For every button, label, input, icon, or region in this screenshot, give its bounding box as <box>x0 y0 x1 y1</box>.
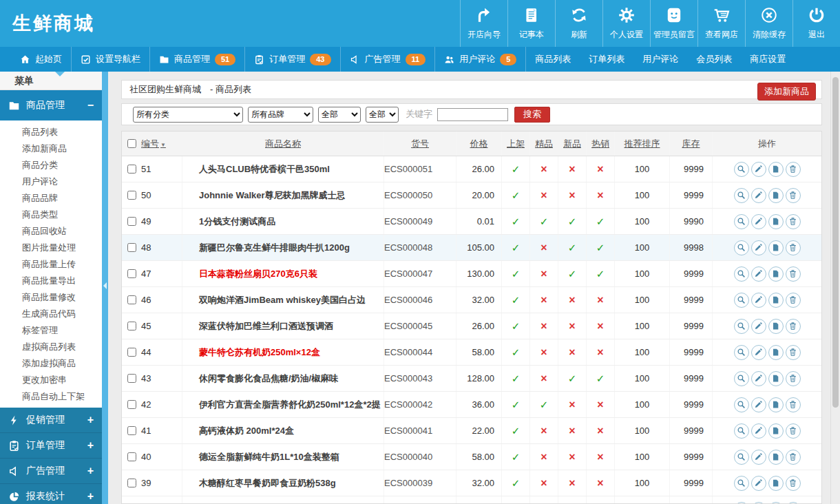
sidebar-item[interactable]: 商品品牌 <box>0 190 102 207</box>
cross-icon[interactable]: × <box>597 163 603 176</box>
check-icon[interactable]: ✓ <box>512 372 521 385</box>
brand-select[interactable]: 所有品牌 <box>248 107 313 123</box>
view-button[interactable] <box>734 371 749 386</box>
personal-settings-button[interactable]: 个人设置 <box>602 0 650 47</box>
sort-link[interactable]: 商品名称 <box>265 138 301 150</box>
add-product-button[interactable]: 添加新商品 <box>757 83 816 101</box>
row-checkbox[interactable] <box>127 269 136 278</box>
view-button[interactable] <box>734 188 749 203</box>
sort-link[interactable]: 新品 <box>563 138 581 150</box>
product-name-link[interactable]: 休闲零食膨化食品焦糖/奶油/椒麻味 <box>199 372 338 385</box>
logout-button[interactable]: 退出 <box>792 0 840 47</box>
edit-button[interactable] <box>751 266 766 282</box>
check-icon[interactable]: ✓ <box>540 216 549 228</box>
expand-icon[interactable]: + <box>87 439 94 452</box>
view-button[interactable] <box>734 319 749 334</box>
nav-link-goods-list[interactable]: 商品列表 <box>526 47 580 72</box>
sort-link[interactable]: 精品 <box>535 138 553 150</box>
edit-button[interactable] <box>751 397 766 412</box>
nav-link-order-list[interactable]: 订单列表 <box>580 47 633 72</box>
cross-icon[interactable]: × <box>597 294 603 306</box>
check-icon[interactable]: ✓ <box>512 399 521 411</box>
sidebar-item[interactable]: 商品自动上下架 <box>0 388 102 405</box>
edit-button[interactable] <box>751 293 766 308</box>
sidebar-item[interactable]: 更改加密串 <box>0 372 102 388</box>
cross-icon[interactable]: × <box>597 451 603 463</box>
check-icon[interactable]: ✓ <box>512 346 521 359</box>
clear-cache-button[interactable]: 清除缓存 <box>745 0 792 47</box>
cross-icon[interactable]: × <box>569 346 575 359</box>
nav-item-orders[interactable]: 订单管理43 <box>245 47 340 72</box>
filter3-select[interactable]: 全部 <box>318 107 361 123</box>
select-all-checkbox[interactable] <box>127 139 136 148</box>
copy-button[interactable] <box>768 450 784 465</box>
copy-button[interactable] <box>768 266 784 282</box>
check-icon[interactable]: ✓ <box>512 268 521 280</box>
product-name-link[interactable]: 双响炮洋酒JimBeam whiskey美国白占边 <box>199 294 366 306</box>
cross-icon[interactable]: × <box>597 425 603 437</box>
sidebar-item[interactable]: 商品列表 <box>0 124 102 140</box>
view-button[interactable] <box>734 293 749 308</box>
cross-icon[interactable]: × <box>540 346 547 359</box>
row-checkbox[interactable] <box>127 374 136 383</box>
delete-button[interactable] <box>786 476 801 491</box>
delete-button[interactable] <box>786 397 801 412</box>
row-checkbox[interactable] <box>127 191 136 200</box>
product-name-link[interactable]: 新疆巴尔鲁克生鲜牛排眼肉牛扒1200g <box>199 242 350 254</box>
check-icon[interactable]: ✓ <box>512 163 521 176</box>
edit-button[interactable] <box>751 214 766 229</box>
product-name-link[interactable]: 人头马CLUB特优香槟干邑350ml <box>199 163 330 176</box>
cross-icon[interactable]: × <box>540 189 547 202</box>
sort-link[interactable]: 推荐排序 <box>624 138 660 150</box>
product-name-link[interactable]: Johnnie Walker尊尼获加黑牌威士忌 <box>199 189 346 202</box>
cross-icon[interactable]: × <box>540 320 547 333</box>
product-name-link[interactable]: 1分钱支付测试商品 <box>199 216 275 228</box>
copy-button[interactable] <box>768 240 784 255</box>
sidebar-item[interactable]: 商品批量修改 <box>0 289 102 306</box>
delete-button[interactable] <box>786 345 801 360</box>
page-scrollbar-thumb[interactable] <box>832 77 839 408</box>
sidebar-item[interactable]: 商品分类 <box>0 157 102 174</box>
copy-button[interactable] <box>768 188 784 203</box>
delete-button[interactable] <box>786 450 801 465</box>
check-icon[interactable]: ✓ <box>568 242 577 254</box>
product-name-link[interactable]: 蒙牛特仑苏有机奶250ml×12盒 <box>199 346 320 359</box>
cross-icon[interactable]: × <box>569 451 575 463</box>
check-icon[interactable]: ✓ <box>512 216 521 228</box>
sidebar-group-order[interactable]: 订单管理+ <box>0 433 102 459</box>
view-button[interactable] <box>734 450 749 465</box>
product-name-link[interactable]: 木糖醇红枣早餐奶即食豆奶粉538g <box>199 477 336 490</box>
copy-button[interactable] <box>768 162 784 177</box>
copy-button[interactable] <box>768 214 784 229</box>
check-icon[interactable]: ✓ <box>596 216 605 228</box>
cross-icon[interactable]: × <box>540 294 547 306</box>
view-button[interactable] <box>734 214 749 229</box>
copy-button[interactable] <box>768 423 784 439</box>
edit-button[interactable] <box>751 319 766 334</box>
edit-button[interactable] <box>751 423 766 439</box>
filter4-select[interactable]: 全部 <box>366 107 399 123</box>
cross-icon[interactable]: × <box>569 425 575 437</box>
view-button[interactable] <box>734 476 749 491</box>
expand-icon[interactable]: + <box>87 414 94 426</box>
sort-link[interactable]: 上架 <box>507 138 525 150</box>
notepad-button[interactable]: 记事本 <box>507 0 555 47</box>
cross-icon[interactable]: × <box>569 163 575 176</box>
nav-item-ads[interactable]: 广告管理11 <box>341 47 436 72</box>
nav-item-home[interactable]: 起始页 <box>11 47 72 72</box>
check-icon[interactable]: ✓ <box>568 216 577 228</box>
delete-button[interactable] <box>786 423 801 439</box>
delete-button[interactable] <box>786 188 801 203</box>
search-button[interactable]: 搜索 <box>514 107 550 123</box>
cross-icon[interactable]: × <box>540 477 547 490</box>
cross-icon[interactable]: × <box>569 189 575 202</box>
edit-button[interactable] <box>751 162 766 177</box>
copy-button[interactable] <box>768 319 784 334</box>
expand-icon[interactable]: + <box>87 490 94 503</box>
collapse-icon[interactable]: − <box>87 99 94 112</box>
delete-button[interactable] <box>786 266 801 282</box>
sidebar-item[interactable]: 生成商品代码 <box>0 306 102 322</box>
product-name-link[interactable]: 德运全脂新鲜纯牛奶1L*10盒装整箱 <box>199 451 339 463</box>
product-name-link[interactable]: 高钙液体奶 200ml*24盒 <box>199 425 294 437</box>
open-shop-guide-button[interactable]: 开店向导 <box>460 0 507 47</box>
